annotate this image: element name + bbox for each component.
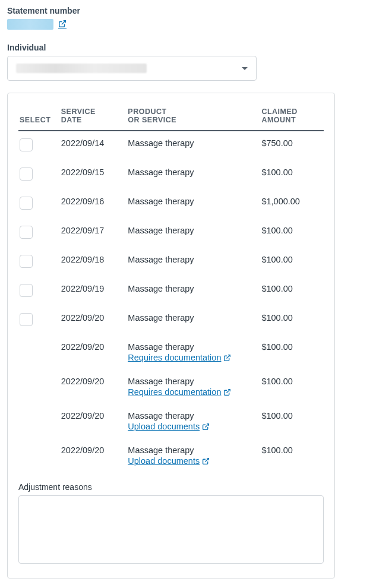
table-row: 2022/09/17Massage therapy$100.00 [18, 219, 324, 248]
row-checkbox[interactable] [20, 138, 33, 151]
upload-documents-link[interactable]: Upload documents [128, 422, 210, 431]
row-checkbox[interactable] [20, 167, 33, 181]
product-name: Massage therapy [128, 342, 252, 352]
row-checkbox[interactable] [20, 284, 33, 297]
individual-dropdown[interactable] [7, 56, 257, 81]
row-checkbox[interactable] [20, 313, 33, 326]
table-row: 2022/09/20Massage therapyRequires docume… [18, 369, 324, 404]
claims-table: SELECT SERVICE DATE PRODUCT OR SERVICE C… [18, 104, 324, 473]
table-row: 2022/09/20Massage therapyUpload document… [18, 404, 324, 438]
product-name: Massage therapy [128, 138, 252, 148]
svg-line-2 [227, 389, 230, 393]
external-link-icon [202, 423, 210, 431]
row-checkbox[interactable] [20, 197, 33, 210]
product-name: Massage therapy [128, 377, 252, 386]
claimed-amount: $100.00 [257, 404, 324, 438]
product-name: Massage therapy [128, 313, 252, 323]
claimed-amount: $100.00 [257, 277, 324, 306]
svg-line-0 [62, 21, 65, 24]
table-row: 2022/09/19Massage therapy$100.00 [18, 277, 324, 306]
table-row: 2022/09/20Massage therapy$100.00 [18, 306, 324, 335]
claimed-amount: $100.00 [257, 160, 324, 189]
individual-label: Individual [7, 43, 385, 52]
product-name: Massage therapy [128, 167, 252, 177]
table-row: 2022/09/18Massage therapy$100.00 [18, 248, 324, 277]
adjustment-reasons-textarea[interactable] [18, 495, 324, 564]
svg-line-3 [206, 423, 209, 427]
claims-card: SELECT SERVICE DATE PRODUCT OR SERVICE C… [7, 93, 335, 578]
claimed-amount: $100.00 [257, 219, 324, 248]
adjustment-label: Adjustment reasons [18, 482, 324, 492]
col-header-claimed: CLAIMED AMOUNT [257, 104, 324, 131]
service-date: 2022/09/20 [56, 306, 124, 335]
service-date: 2022/09/20 [56, 438, 124, 473]
claimed-amount: $100.00 [257, 335, 324, 369]
claimed-amount: $100.00 [257, 369, 324, 404]
product-name: Massage therapy [128, 255, 252, 264]
service-date: 2022/09/18 [56, 248, 124, 277]
row-checkbox[interactable] [20, 255, 33, 268]
product-name: Massage therapy [128, 284, 252, 293]
adjustment-section: Adjustment reasons [18, 482, 324, 566]
individual-selected-redacted [16, 64, 147, 73]
service-date: 2022/09/20 [56, 369, 124, 404]
requires-documentation-link[interactable]: Requires documentation [128, 387, 231, 397]
external-link-icon [223, 388, 231, 396]
product-name: Massage therapy [128, 226, 252, 235]
statement-number-section: Statement number [7, 6, 385, 30]
product-name: Massage therapy [128, 411, 252, 421]
row-checkbox[interactable] [20, 226, 33, 239]
service-date: 2022/09/17 [56, 219, 124, 248]
upload-documents-link[interactable]: Upload documents [128, 456, 210, 466]
claimed-amount: $100.00 [257, 306, 324, 335]
table-row: 2022/09/16Massage therapy$1,000.00 [18, 189, 324, 219]
statement-external-link[interactable] [58, 20, 67, 29]
chevron-down-icon [242, 67, 248, 70]
statement-label: Statement number [7, 6, 385, 15]
table-row: 2022/09/20Massage therapyRequires docume… [18, 335, 324, 369]
svg-line-1 [227, 355, 230, 358]
external-link-icon [223, 354, 231, 362]
claimed-amount: $100.00 [257, 438, 324, 473]
claimed-amount: $750.00 [257, 131, 324, 160]
service-date: 2022/09/16 [56, 189, 124, 219]
claimed-amount: $100.00 [257, 248, 324, 277]
service-date: 2022/09/20 [56, 404, 124, 438]
external-link-icon [202, 457, 210, 465]
svg-line-4 [206, 458, 209, 461]
individual-section: Individual [7, 43, 385, 81]
service-date: 2022/09/20 [56, 335, 124, 369]
col-header-product: PRODUCT OR SERVICE [123, 104, 257, 131]
service-date: 2022/09/19 [56, 277, 124, 306]
col-header-select: SELECT [18, 104, 56, 131]
table-row: 2022/09/15Massage therapy$100.00 [18, 160, 324, 189]
statement-number-redacted [7, 19, 53, 30]
service-date: 2022/09/15 [56, 160, 124, 189]
requires-documentation-link[interactable]: Requires documentation [128, 353, 231, 362]
claimed-amount: $1,000.00 [257, 189, 324, 219]
service-date: 2022/09/14 [56, 131, 124, 160]
table-row: 2022/09/20Massage therapyUpload document… [18, 438, 324, 473]
table-row: 2022/09/14Massage therapy$750.00 [18, 131, 324, 160]
product-name: Massage therapy [128, 197, 252, 206]
col-header-service-date: SERVICE DATE [56, 104, 124, 131]
product-name: Massage therapy [128, 445, 252, 455]
